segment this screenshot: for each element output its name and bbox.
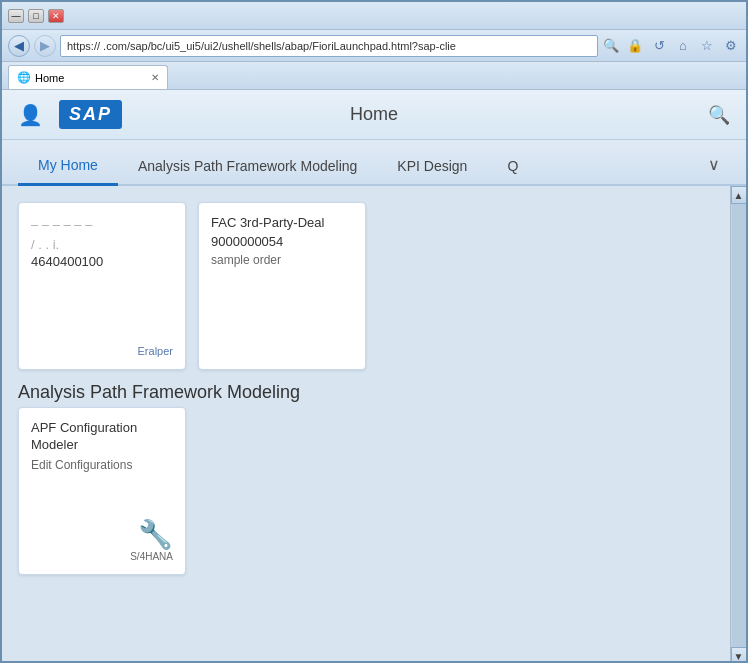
header-search-icon[interactable]: 🔍 [708, 104, 730, 126]
address-text: https:// .com/sap/bc/ui5_ui5/ui2/ushell/… [67, 40, 456, 52]
user-icon[interactable]: 👤 [18, 103, 43, 127]
tile1-line1: – – – – – – [31, 215, 173, 235]
tab-favicon: 🌐 [17, 71, 31, 84]
apf-tile-title: APF Configuration Modeler [31, 420, 173, 454]
favorites-icon[interactable]: ☆ [698, 37, 716, 55]
close-button[interactable]: ✕ [48, 9, 64, 23]
tile2-number: 9000000054 [211, 234, 353, 249]
tab-kpi-design-label: KPI Design [397, 158, 467, 174]
settings-icon[interactable]: ⚙ [722, 37, 740, 55]
wrench-icon: 🔧 [138, 518, 173, 551]
apf-tile-icon: 🔧 S/4HANA [31, 518, 173, 562]
tab-q-label: Q [507, 158, 518, 174]
tile2-subtitle: sample order [211, 253, 353, 267]
tab-my-home-label: My Home [38, 157, 98, 173]
tile2-title: FAC 3rd-Party-Deal [211, 215, 353, 232]
address-bar[interactable]: https:// .com/sap/bc/ui5_ui5/ui2/ushell/… [60, 35, 598, 57]
tab-title: Home [35, 72, 64, 84]
forward-button[interactable]: ▶ [34, 35, 56, 57]
scrollbar: ▲ ▼ [730, 186, 746, 663]
home-icon[interactable]: ⌂ [674, 37, 692, 55]
analysis-section-label: Analysis Path Framework Modeling [18, 382, 730, 403]
scroll-up-arrow[interactable]: ▲ [731, 186, 747, 204]
browser-titlebar: — □ ✕ [2, 2, 746, 30]
tile-apf-config[interactable]: APF Configuration Modeler Edit Configura… [18, 407, 186, 575]
browser-tabbar: 🌐 Home ✕ [2, 62, 746, 90]
page-title: Home [350, 104, 398, 125]
toolbar-icons: 🔍 🔒 ↺ ⌂ ☆ ⚙ [602, 37, 740, 55]
scroll-track[interactable] [732, 204, 746, 647]
lock-icon: 🔒 [626, 37, 644, 55]
apf-tile-icon-label: S/4HANA [130, 551, 173, 562]
analysis-section: Analysis Path Framework Modeling APF Con… [18, 382, 730, 575]
scroll-down-arrow[interactable]: ▼ [731, 647, 747, 663]
tile-purchase-order[interactable]: – – – – – – / . . i. 4640400100 Eralper [18, 202, 186, 370]
tile1-number: 4640400100 [31, 254, 173, 269]
sap-header: 👤 SAP Home 🔍 [2, 90, 746, 140]
analysis-tiles: APF Configuration Modeler Edit Configura… [18, 407, 730, 575]
my-home-tiles: – – – – – – / . . i. 4640400100 Eralper … [18, 202, 730, 370]
back-button[interactable]: ◀ [8, 35, 30, 57]
apf-tile-subtitle: Edit Configurations [31, 458, 173, 472]
sap-logo: SAP [59, 100, 122, 129]
tile-fac-deal[interactable]: FAC 3rd-Party-Deal 9000000054 sample ord… [198, 202, 366, 370]
minimize-button[interactable]: — [8, 9, 24, 23]
main-content: – – – – – – / . . i. 4640400100 Eralper … [2, 186, 746, 663]
tab-q[interactable]: Q [487, 150, 538, 184]
browser-tab-home[interactable]: 🌐 Home ✕ [8, 65, 168, 89]
nav-tabs: My Home Analysis Path Framework Modeling… [2, 140, 746, 186]
tab-close-button[interactable]: ✕ [151, 72, 159, 83]
tab-analysis-path-label: Analysis Path Framework Modeling [138, 158, 357, 174]
tab-analysis-path[interactable]: Analysis Path Framework Modeling [118, 150, 377, 184]
tabs-more-button[interactable]: ∨ [698, 147, 730, 184]
browser-addressbar: ◀ ▶ https:// .com/sap/bc/ui5_ui5/ui2/ush… [2, 30, 746, 62]
restore-button[interactable]: □ [28, 9, 44, 23]
tile1-footer: Eralper [31, 345, 173, 357]
titlebar-controls: — □ ✕ [8, 9, 64, 23]
search-icon[interactable]: 🔍 [602, 37, 620, 55]
tab-kpi-design[interactable]: KPI Design [377, 150, 487, 184]
refresh-icon[interactable]: ↺ [650, 37, 668, 55]
tile1-line2: / . . i. [31, 235, 173, 255]
tab-my-home[interactable]: My Home [18, 149, 118, 186]
